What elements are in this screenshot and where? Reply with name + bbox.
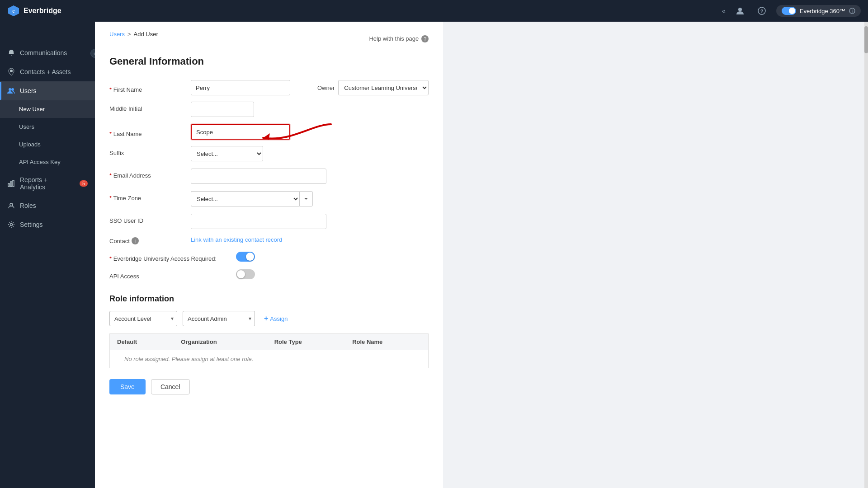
timezone-label: Time Zone: [109, 191, 191, 202]
svg-rect-12: [13, 180, 14, 187]
first-name-label: First Name: [109, 83, 191, 93]
role-table: Default Organization Role Type Role Name…: [109, 333, 429, 368]
breadcrumb-users-link[interactable]: Users: [109, 31, 125, 38]
users-icon: [7, 87, 15, 95]
sidebar-item-users-parent[interactable]: Users: [0, 81, 95, 100]
svg-point-7: [10, 70, 13, 72]
col-default: Default: [110, 334, 174, 350]
api-access-row: API Access: [109, 269, 429, 280]
role-controls: Account Level Organization Level Account…: [109, 311, 429, 326]
breadcrumb: Users > Add User: [109, 31, 158, 38]
help-icon: ?: [421, 35, 429, 42]
role-type-select[interactable]: Account Admin Account Operator Account V…: [183, 311, 255, 326]
timezone-row: Time Zone Select...: [109, 191, 429, 206]
account-level-wrapper: Account Level Organization Level: [109, 311, 177, 326]
360-toggle[interactable]: [782, 7, 796, 15]
timezone-dropdown-button[interactable]: [299, 191, 313, 206]
contact-row: Contact i Link with an existing contact …: [109, 236, 429, 244]
sidebar-item-communications[interactable]: Communications: [0, 43, 95, 62]
email-label: Email Address: [109, 169, 191, 179]
last-name-input[interactable]: [191, 124, 290, 140]
owner-select[interactable]: Customer Learning Universe: [338, 80, 429, 95]
sso-user-id-label: SSO User ID: [109, 214, 191, 224]
bell-icon: [7, 49, 15, 57]
col-role-type: Role Type: [267, 334, 345, 350]
sidebar-label-communications: Communications: [20, 49, 67, 56]
everbridge-university-row: Everbridge University Access Required:: [109, 252, 429, 262]
logo-text: Everbridge: [24, 7, 61, 15]
save-button[interactable]: Save: [109, 379, 146, 394]
sidebar-item-users-list[interactable]: Users: [0, 118, 95, 136]
sidebar-item-api-access-key[interactable]: API Access Key: [0, 153, 95, 171]
sso-user-id-row: SSO User ID: [109, 214, 429, 229]
info-icon: i: [849, 8, 855, 14]
help-button[interactable]: ?: [755, 4, 769, 18]
breadcrumb-current: Add User: [134, 31, 158, 38]
sidebar: « Communications Contacts + Assets Users: [0, 22, 95, 488]
help-text: Help with this page: [369, 35, 419, 42]
sidebar-item-uploads[interactable]: Uploads: [0, 136, 95, 153]
timezone-select[interactable]: Select...: [191, 191, 299, 206]
top-navigation: e Everbridge « ? Everbridge 360™ i: [0, 0, 868, 22]
sidebar-item-contacts-assets[interactable]: Contacts + Assets: [0, 62, 95, 81]
everbridge-logo-icon: e: [7, 5, 20, 17]
suffix-row: Suffix Select... Jr. Sr.: [109, 146, 429, 161]
scrollbar[interactable]: [864, 22, 868, 488]
contact-link[interactable]: Link with an existing contact record: [191, 236, 282, 243]
main-content: Users > Add User Help with this page ? G…: [95, 22, 443, 488]
svg-text:e: e: [12, 9, 15, 14]
timezone-field-wrapper: Select...: [191, 191, 313, 206]
last-name-row: Last Name: [109, 124, 429, 140]
everbridge-university-toggle[interactable]: [236, 252, 255, 262]
api-access-label: API Access: [109, 269, 236, 280]
logo: e Everbridge: [7, 5, 61, 17]
top-nav-right: « ? Everbridge 360™ i: [722, 4, 861, 18]
help-link[interactable]: Help with this page ?: [369, 35, 429, 42]
sidebar-item-roles[interactable]: Roles: [0, 196, 95, 215]
api-access-toggle[interactable]: [236, 269, 255, 279]
svg-point-14: [10, 224, 13, 226]
sidebar-item-settings[interactable]: Settings: [0, 215, 95, 234]
sidebar-item-reports-analytics[interactable]: Reports + Analytics 5: [0, 171, 95, 196]
breadcrumb-separator: >: [127, 31, 131, 38]
reports-badge: 5: [80, 180, 88, 187]
contact-info-icon[interactable]: i: [132, 237, 139, 244]
sidebar-label-users-list: Users: [19, 123, 34, 130]
question-icon: ?: [758, 7, 766, 15]
assign-plus-icon: +: [264, 314, 268, 323]
everbridge-university-label: Everbridge University Access Required:: [109, 252, 236, 262]
col-organization: Organization: [174, 334, 267, 350]
owner-field-row: Owner Customer Learning Universe: [317, 80, 429, 95]
role-icon: [7, 202, 15, 210]
collapse-icon[interactable]: «: [722, 7, 726, 14]
scrollbar-thumb[interactable]: [864, 26, 868, 53]
sidebar-label-users: Users: [20, 87, 37, 94]
pin-icon: [7, 68, 15, 76]
assign-label: Assign: [270, 315, 288, 322]
suffix-label: Suffix: [109, 146, 191, 156]
middle-initial-input[interactable]: [191, 102, 254, 117]
chevron-down-icon: [304, 197, 308, 201]
svg-point-2: [738, 8, 742, 11]
email-input[interactable]: [191, 169, 326, 184]
role-section-title: Role information: [109, 294, 429, 304]
sidebar-label-uploads: Uploads: [19, 141, 41, 148]
active-indicator: [0, 82, 1, 100]
svg-rect-11: [10, 182, 12, 187]
suffix-select[interactable]: Select... Jr. Sr.: [191, 146, 263, 161]
first-name-input[interactable]: [191, 80, 290, 95]
col-role-name: Role Name: [345, 334, 429, 350]
sidebar-label-reports-analytics: Reports + Analytics: [20, 176, 73, 191]
contact-label: Contact: [109, 238, 130, 244]
svg-rect-10: [8, 183, 9, 187]
contact-label-wrapper: Contact i: [109, 236, 191, 244]
assign-button[interactable]: + Assign: [260, 313, 291, 324]
cancel-button[interactable]: Cancel: [151, 379, 190, 394]
everbridge-360-badge: Everbridge 360™ i: [776, 5, 861, 17]
user-profile-button[interactable]: [733, 4, 747, 18]
badge-label: Everbridge 360™: [800, 8, 845, 14]
account-level-select[interactable]: Account Level Organization Level: [109, 311, 177, 326]
sidebar-item-new-user[interactable]: New User: [0, 100, 95, 118]
sidebar-label-contacts-assets: Contacts + Assets: [20, 68, 71, 75]
sso-user-id-input[interactable]: [191, 214, 326, 229]
